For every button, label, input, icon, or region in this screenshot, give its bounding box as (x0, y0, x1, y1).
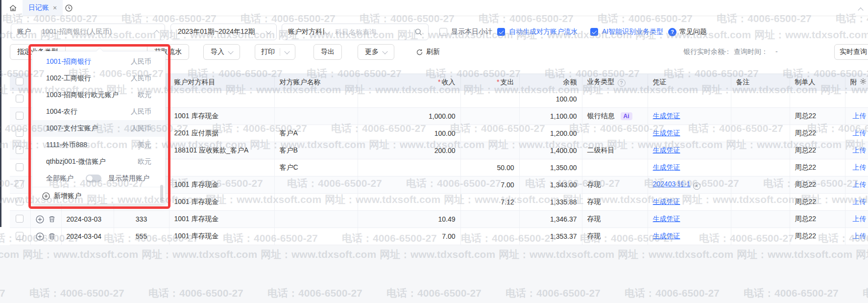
delete-row-icon[interactable] (48, 215, 56, 223)
cell-expense: 50.00 (460, 159, 519, 177)
chevron-up-icon[interactable] (858, 7, 863, 13)
account-option[interactable]: 1003-招商银行欧元账户欧元 (32, 87, 165, 103)
upload-link[interactable]: 上传 (853, 232, 867, 240)
row-checkbox[interactable] (16, 129, 24, 137)
add-row-icon[interactable] (36, 215, 44, 224)
all-accounts-label[interactable]: 全部账户 (46, 174, 73, 183)
show-disabled-toggle[interactable] (86, 175, 101, 182)
row-checkbox[interactable] (16, 180, 24, 188)
checkbox-label: 自动生成对方账户流水 (509, 27, 578, 36)
currency-label: 欧元 (138, 157, 151, 166)
account-option[interactable]: 1007-支付宝账户人民币 (32, 120, 165, 137)
generate-voucher-link[interactable]: 生成凭证 (653, 129, 680, 137)
cell-name (274, 91, 358, 108)
row-checkbox[interactable] (16, 232, 24, 240)
faq-link[interactable]: ? 常见问题 (665, 27, 707, 36)
cell-attach: 上传 (845, 211, 868, 228)
generate-voucher-link[interactable]: 生成凭证 (653, 163, 680, 171)
upload-link[interactable]: 上传 (853, 129, 867, 137)
upload-link[interactable]: 上传 (853, 180, 867, 188)
upload-link[interactable]: 上传 (853, 215, 867, 223)
row-checkbox[interactable] (16, 112, 24, 120)
account-option[interactable]: 1002-工商银行人民币 (32, 70, 165, 87)
upload-link[interactable]: 上传 (853, 146, 867, 154)
generate-voucher-link[interactable]: 生成凭证 (653, 112, 680, 120)
upload-link[interactable]: 上传 (853, 198, 867, 205)
period-select[interactable]: 2023年01期~2024年12期 (170, 24, 277, 40)
upload-link[interactable]: 上传 (853, 112, 867, 120)
row-checkbox[interactable] (16, 95, 24, 102)
col-header-name: 对方账户名称 (274, 74, 358, 91)
header-checkbox[interactable] (16, 77, 24, 85)
cell-biztype: 存现 (582, 177, 648, 194)
voucher-link[interactable]: 202403 转-1 (653, 180, 691, 188)
account-option-label: 1003-招商银行欧元账户 (46, 91, 119, 100)
cell-biztype: 银行结息Ai (582, 108, 648, 125)
account-option[interactable]: 1111-外币888美元 (32, 137, 165, 153)
checkbox-auto-flow[interactable]: 自动生成对方账户流水 (497, 27, 578, 36)
cell-check (10, 177, 30, 194)
realtime-query-button[interactable]: 实时查询 (834, 44, 868, 60)
account-dropdown: 1001-招商银行人民币1002-工商银行人民币1003-招商银行欧元账户欧元1… (32, 51, 166, 204)
chevron-down-icon[interactable] (324, 29, 330, 34)
cell-voucher: 生成凭证 (648, 228, 731, 245)
cell-expense: 7.12 (460, 194, 519, 211)
currency-label: 人民币 (131, 124, 151, 133)
checkbox-checked-icon[interactable] (590, 28, 598, 36)
account-option[interactable]: qthbzj001-微信账户欧元 (32, 153, 165, 170)
row-checkbox[interactable] (16, 198, 24, 205)
home-icon[interactable] (9, 4, 17, 14)
search-icon[interactable] (414, 28, 422, 36)
row-checkbox[interactable] (16, 146, 24, 154)
cell-attach: 上传 (845, 108, 868, 125)
generate-voucher-link[interactable]: 生成凭证 (653, 232, 680, 240)
checkbox-icon[interactable] (439, 28, 447, 36)
add-account-button[interactable]: 新增账户 (32, 187, 165, 204)
col-header-voucher: 凭证 (648, 74, 731, 91)
cell-voucher: 生成凭证 (648, 142, 731, 159)
watermark-text: 网址：www.tdxsoft.com (754, 28, 868, 42)
gear-icon[interactable] (859, 77, 867, 85)
upload-link[interactable]: 上传 (853, 163, 867, 171)
cell-maker: 周总22 (790, 108, 845, 125)
generate-voucher-link[interactable]: 生成凭证 (653, 215, 680, 223)
close-icon[interactable]: × (53, 4, 57, 11)
cell-biztype (582, 91, 648, 108)
generate-voucher-link[interactable]: 生成凭证 (653, 198, 680, 205)
cell-name (274, 228, 358, 245)
add-row-icon[interactable] (36, 232, 44, 241)
account-option-label: 1004-农行 (46, 107, 77, 116)
account-select[interactable]: 账户 1001-招商银行(人民币) (11, 24, 165, 40)
checkbox-daily-subtotal[interactable]: 显示本日小计 (439, 27, 492, 36)
more-button[interactable]: 更多 (358, 44, 394, 60)
info-icon[interactable]: ? (618, 79, 626, 87)
history-icon[interactable] (65, 4, 73, 14)
checkbox-ai-recognize[interactable]: AI智能识别业务类型 (590, 27, 663, 36)
checkbox-checked-icon[interactable] (497, 28, 505, 36)
generate-voucher-link[interactable]: 生成凭证 (653, 146, 680, 154)
delete-row-icon[interactable] (48, 232, 56, 240)
chevron-down-icon[interactable] (284, 49, 289, 54)
cell-voucher: 生成凭证 (648, 125, 731, 142)
print-split-button[interactable]: 打印 (255, 44, 295, 60)
cell-balance: 100.00 (519, 91, 582, 108)
cell-maker: 周总22 (790, 228, 845, 245)
account-option[interactable]: 1001-招商银行人民币 (32, 53, 165, 70)
account-option[interactable]: 1004-农行人民币 (32, 103, 165, 120)
cell-maker: 周总22 (790, 142, 845, 159)
cell-number: 333 (114, 211, 169, 228)
tab-journal[interactable]: 日记账 × (23, 0, 63, 16)
import-button[interactable]: 导入 (203, 44, 240, 60)
cell-voucher: 生成凭证 (648, 159, 731, 177)
remove-voucher-icon[interactable]: × (693, 182, 700, 190)
search-input[interactable] (334, 27, 414, 36)
bank-balance-value: - (724, 48, 726, 55)
row-checkbox[interactable] (16, 163, 24, 171)
dropdown-scrollbar[interactable] (160, 185, 163, 202)
row-checkbox[interactable] (16, 215, 24, 223)
refresh-button[interactable]: 刷新 (409, 44, 447, 60)
subject-search-box[interactable]: 账户对方科目 (282, 24, 429, 40)
cell-voucher: 生成凭证 (648, 108, 731, 125)
export-button[interactable]: 导出 (313, 44, 342, 60)
cell-income (358, 177, 460, 194)
